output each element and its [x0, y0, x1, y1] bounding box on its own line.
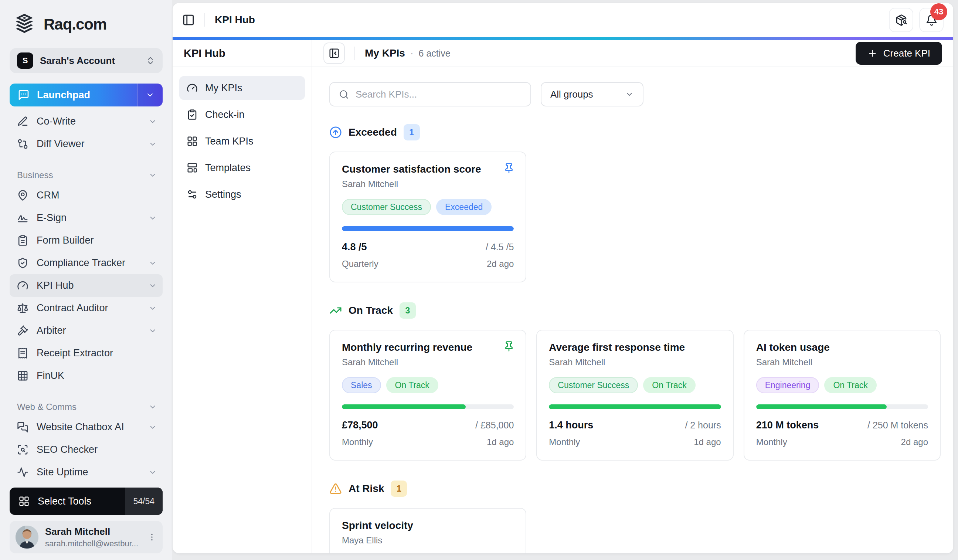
sidebar-item-e-sign[interactable]: E-Sign	[10, 207, 163, 229]
kpi-updated: 2d ago	[901, 437, 928, 447]
sidebar-item-co-write[interactable]: Co-Write	[10, 110, 163, 133]
launchpad-button[interactable]: Launchpad	[10, 84, 163, 106]
kpi-tags: Customer SuccessExceeded	[342, 199, 514, 215]
kpi-card-ai-token-usage[interactable]: AI token usageSarah MitchellEngineeringO…	[744, 330, 941, 460]
sidebar-group-web-comms[interactable]: Web & Comms	[11, 402, 161, 412]
notifications-button[interactable]: 43	[919, 8, 944, 32]
sidebar-item-compliance-tracker[interactable]: Compliance Tracker	[10, 252, 163, 274]
kpi-card-average-first-response-time[interactable]: Average first response timeSarah Mitchel…	[536, 330, 733, 460]
create-kpi-button[interactable]: Create KPI	[856, 42, 942, 65]
sidebar-item-contract-auditor[interactable]: Contract Auditor	[10, 297, 163, 319]
kpi-target-value: / 4.5 /5	[486, 242, 514, 252]
subnav-item-team-kpis[interactable]: Team KPIs	[179, 129, 305, 153]
sidebar-item-receipt-extractor[interactable]: Receipt Extractor	[10, 342, 163, 365]
kpi-title: Sprint velocity	[342, 520, 514, 531]
kpi-card-monthly-recurring-revenue[interactable]: Monthly recurring revenueSarah MitchellS…	[329, 330, 526, 460]
alert-triangle-icon	[329, 482, 342, 495]
brand: Raq.com	[10, 13, 163, 36]
scan-search-icon	[17, 444, 29, 455]
group-filter-select[interactable]: All groups	[541, 82, 644, 106]
subnav-item-my-kpis[interactable]: My KPIs	[179, 76, 305, 100]
chat-icon	[18, 89, 30, 101]
kpi-value-row: 210 M tokens/ 250 M tokens	[756, 420, 928, 431]
chevron-down-icon	[149, 282, 157, 290]
kpi-meta-row: Monthly1d ago	[549, 437, 721, 447]
launchpad-main[interactable]: Launchpad	[10, 84, 137, 106]
kpi-tags: Customer SuccessOn Track	[549, 377, 721, 393]
subnav-item-check-in[interactable]: Check-in	[179, 103, 305, 127]
kpi-cadence: Monthly	[342, 437, 373, 447]
layout-grid-icon	[187, 136, 198, 147]
subnav-item-settings[interactable]: Settings	[179, 182, 305, 206]
user-email: sarah.mitchell@westbur...	[45, 539, 140, 549]
search-input[interactable]	[355, 88, 522, 100]
kpi-progress-track	[342, 226, 514, 231]
sidebar-group-business[interactable]: Business	[11, 170, 161, 180]
section-header: At Risk1	[329, 481, 941, 497]
package-search-button[interactable]	[889, 8, 913, 32]
select-tools-button[interactable]: Select Tools 54/54	[10, 487, 163, 515]
sidebar-item-form-builder[interactable]: Form Builder	[10, 229, 163, 252]
sidebar-item-kpi-hub[interactable]: KPI Hub	[10, 274, 163, 297]
section-header: On Track3	[329, 302, 941, 319]
more-vertical-icon[interactable]	[147, 532, 157, 542]
search-icon	[339, 89, 349, 100]
pin-icon[interactable]	[503, 341, 514, 352]
arrow-up-circle-icon	[329, 126, 342, 139]
kpi-current-value: 4.8 /5	[342, 241, 367, 253]
sidebar-item-crm[interactable]: CRM	[10, 184, 163, 207]
kpi-title: AI token usage	[756, 341, 928, 353]
kpi-subnav: KPI Hub My KPIsCheck-inTeam KPIsTemplate…	[173, 40, 312, 553]
user-card[interactable]: Sarah Mitchell sarah.mitchell@westbur...	[10, 521, 163, 553]
select-tools-count: 54/54	[125, 487, 163, 515]
subnav-item-label: Templates	[205, 162, 251, 174]
group-list-web-comms: Website Chatbox AISEO CheckerSite Uptime	[10, 416, 163, 484]
tag-customer-success: Customer Success	[342, 199, 431, 215]
sidebar-item-arbiter[interactable]: Arbiter	[10, 319, 163, 342]
sidebar-item-seo-checker[interactable]: SEO Checker	[10, 438, 163, 461]
kpi-owner: Sarah Mitchell	[342, 357, 514, 367]
pin-icon[interactable]	[503, 163, 514, 174]
sidebar-item-label: CRM	[36, 190, 157, 201]
section-exceeded: Exceeded1Customer satisfaction scoreSara…	[329, 124, 941, 282]
section-title: On Track	[349, 305, 393, 316]
tag-exceeded: Exceeded	[436, 199, 492, 215]
kpi-current-value: £78,500	[342, 420, 378, 431]
sidebar-item-diff-viewer[interactable]: Diff Viewer	[10, 133, 163, 155]
kpi-progress-track	[342, 405, 514, 409]
sidebar-item-label: KPI Hub	[36, 280, 140, 291]
sidebar-item-website-chatbox-ai[interactable]: Website Chatbox AI	[10, 416, 163, 438]
sidebar-item-label: E-Sign	[36, 212, 140, 224]
main-sidebar: Raq.com S Sarah's Account Launchpad Co-W…	[0, 0, 172, 560]
tag-on-track: On Track	[386, 377, 438, 393]
topbar: KPI Hub 43	[173, 3, 953, 37]
launchpad-expand-button[interactable]	[137, 84, 163, 106]
account-switcher[interactable]: S Sarah's Account	[10, 48, 163, 73]
group-label: Web & Comms	[17, 402, 149, 412]
kpi-progress-track	[756, 405, 928, 409]
kpi-sections: Exceeded1Customer satisfaction scoreSara…	[329, 124, 941, 553]
select-tools-main[interactable]: Select Tools	[10, 487, 125, 515]
panel-left-icon[interactable]	[182, 14, 195, 26]
sidebar-item-finuk[interactable]: FinUK	[10, 365, 163, 387]
chevron-down-icon	[149, 171, 157, 179]
pen-icon	[17, 116, 29, 127]
tag-sales: Sales	[342, 377, 381, 393]
sidebar-item-label: FinUK	[36, 370, 157, 381]
subnav-item-templates[interactable]: Templates	[179, 156, 305, 180]
kpi-card-customer-satisfaction-score[interactable]: Customer satisfaction scoreSarah Mitchel…	[329, 152, 526, 282]
chevron-down-icon	[149, 403, 157, 411]
account-name: Sarah's Account	[40, 55, 139, 67]
search-box	[329, 82, 531, 106]
page-title: My KPIs	[365, 47, 405, 59]
kpi-card-sprint-velocity[interactable]: Sprint velocityMaya EllisEngineeringAt R…	[329, 508, 526, 553]
group-filter-value: All groups	[550, 89, 593, 100]
activity-icon	[17, 466, 29, 478]
sidebar-item-site-uptime[interactable]: Site Uptime	[10, 461, 163, 484]
section-header: Exceeded1	[329, 124, 941, 140]
content-scroll[interactable]: All groups Exceeded1Customer satisfactio…	[312, 67, 953, 553]
kpi-tags: EngineeringOn Track	[756, 377, 928, 393]
collapse-subnav-button[interactable]	[324, 43, 345, 64]
chevron-down-icon	[625, 90, 634, 99]
chevron-down-icon	[149, 259, 157, 267]
